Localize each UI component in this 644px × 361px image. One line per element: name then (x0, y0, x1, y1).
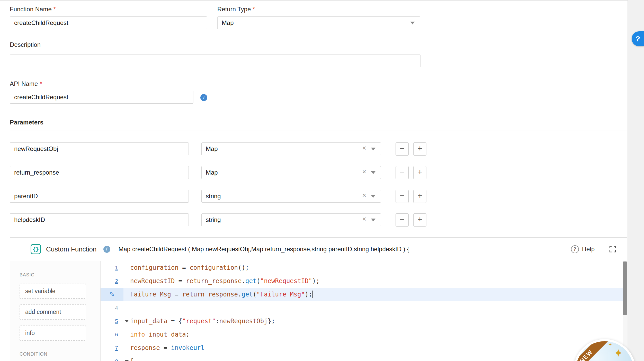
editor-header: {} Custom Function i Map createChildRequ… (10, 238, 627, 261)
clear-icon[interactable]: × (362, 192, 366, 199)
right-gutter (628, 0, 644, 361)
help-question-icon: ? (571, 245, 579, 253)
section-divider (10, 131, 627, 131)
sidebar-section-basic: BASIC (20, 272, 34, 278)
remove-param-button[interactable]: − (396, 213, 409, 227)
chevron-down-icon[interactable] (371, 219, 375, 221)
param-name-input[interactable] (10, 142, 189, 155)
remove-param-button[interactable]: − (396, 142, 409, 156)
function-name-label-text: Function Name (10, 6, 52, 13)
set-variable-button[interactable]: set variable (20, 284, 86, 299)
editor-sidebar: BASIC set variable add comment info COND… (10, 261, 101, 361)
api-name-input[interactable] (10, 91, 193, 104)
help-button[interactable]: ? Help (571, 245, 595, 253)
add-param-button[interactable]: + (413, 166, 426, 179)
clear-icon[interactable]: × (362, 168, 366, 175)
editor-body: BASIC set variable add comment info COND… (10, 261, 627, 361)
editor-title: Custom Function (46, 245, 97, 253)
fullscreen-icon[interactable] (609, 246, 616, 253)
top-border (0, 0, 644, 1)
info-button[interactable]: info (20, 326, 86, 341)
code-line[interactable]: 6info input_data; (101, 328, 623, 341)
required-asterisk: * (253, 6, 255, 13)
line-number[interactable]: 4 (115, 305, 118, 311)
param-type-select[interactable]: Map × (201, 166, 381, 179)
deluge-braces-icon: {} (31, 244, 41, 254)
custom-function-panel: {} Custom Function i Map createChildRequ… (10, 237, 627, 361)
return-type-select[interactable]: Map (217, 16, 420, 29)
required-asterisk: * (53, 6, 56, 13)
page: { "icons": { "info": "i", "question": "?… (0, 0, 644, 361)
param-type-value: Map (206, 169, 218, 176)
chevron-down-icon[interactable] (371, 171, 375, 174)
description-label: Description (10, 41, 41, 48)
chevron-down-icon[interactable] (371, 148, 375, 150)
param-type-value: Map (206, 145, 218, 152)
code-line[interactable]: 2newRequestID = return_response.get("new… (101, 274, 623, 288)
code-line[interactable]: 7response = invokeurl (101, 341, 623, 355)
line-number[interactable]: 1 (115, 265, 118, 271)
param-name-input[interactable] (10, 213, 189, 226)
line-number[interactable]: 7 (115, 345, 118, 351)
param-type-select[interactable]: string × (201, 190, 381, 203)
clear-icon[interactable]: × (362, 145, 366, 152)
function-name-input[interactable] (10, 16, 207, 29)
param-type-select[interactable]: Map × (201, 142, 381, 155)
sparkle-icon: ✦ (627, 360, 632, 361)
line-number[interactable]: 2 (115, 278, 118, 284)
code-line[interactable]: 8[ (101, 355, 623, 361)
return-type-label: Return Type* (217, 6, 255, 13)
return-type-value: Map (222, 19, 234, 26)
add-comment-button[interactable]: add comment (20, 304, 86, 320)
line-number[interactable]: 5 (115, 318, 118, 324)
parameters-heading: Parameters (10, 119, 43, 126)
code-line[interactable]: 4 (101, 301, 623, 314)
param-name-input[interactable] (10, 166, 189, 179)
remove-param-button[interactable]: − (396, 166, 409, 179)
description-input[interactable] (10, 55, 421, 67)
fold-caret-icon[interactable] (125, 360, 129, 361)
description-label-text: Description (10, 41, 41, 48)
chevron-down-icon[interactable] (410, 22, 415, 24)
param-name-input[interactable] (10, 190, 189, 203)
required-asterisk: * (40, 80, 42, 87)
param-type-select[interactable]: string × (201, 213, 381, 226)
function-signature: Map createChildRequest ( Map newRequestO… (119, 246, 409, 253)
help-label: Help (582, 246, 595, 253)
api-name-label: API Name* (10, 80, 42, 87)
api-name-label-text: API Name (10, 80, 38, 87)
function-name-label: Function Name* (10, 6, 56, 13)
sparkle-icon: ✦ (608, 342, 612, 347)
return-type-label-text: Return Type (217, 6, 251, 13)
code-editor[interactable]: 1configuration = configuration();2newReq… (101, 261, 627, 361)
add-param-button[interactable]: + (413, 142, 426, 156)
info-icon[interactable]: i (103, 246, 110, 253)
add-param-button[interactable]: + (413, 190, 426, 203)
param-type-value: string (206, 193, 221, 200)
edit-pencil-icon[interactable]: ✎ (109, 291, 114, 298)
add-param-button[interactable]: + (413, 213, 426, 227)
code-line[interactable]: ✎Failure_Msg = return_response.get("Fail… (101, 288, 623, 301)
sparkle-icon: ✦ (614, 347, 623, 359)
code-line[interactable]: 5input_data = {"request":newRequestObj}; (101, 314, 623, 328)
text-cursor (312, 291, 313, 298)
line-number[interactable]: 8 (115, 358, 118, 361)
code-lines: 1configuration = configuration();2newReq… (101, 261, 623, 361)
info-icon[interactable]: i (200, 94, 207, 101)
sidebar-section-condition: CONDITION (20, 351, 47, 357)
chevron-down-icon[interactable] (371, 195, 375, 198)
line-number[interactable]: 6 (115, 331, 118, 338)
scrollbar-thumb[interactable] (623, 261, 627, 315)
clear-icon[interactable]: × (362, 216, 366, 223)
fold-caret-icon[interactable] (125, 320, 129, 322)
code-line[interactable]: 1configuration = configuration(); (101, 261, 623, 274)
param-type-value: string (206, 216, 221, 223)
remove-param-button[interactable]: − (396, 190, 409, 203)
